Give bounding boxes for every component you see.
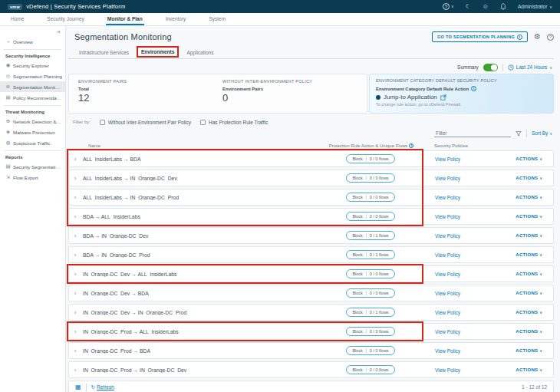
nav-item[interactable]: Home [9, 13, 25, 25]
actions-dropdown[interactable]: ACTIONS ∨ [516, 367, 542, 372]
sidebar-item-segmentation-planning[interactable]: ◎ Segmentation Planning [0, 71, 65, 81]
filter-by-label: Filter by: [73, 120, 91, 124]
info-icon: i [517, 35, 522, 40]
view-policy-link[interactable]: View Policy [435, 291, 460, 296]
sidebar-item-label: Policy Recommendations [13, 95, 62, 100]
actions-dropdown[interactable]: ACTIONS ∨ [516, 310, 542, 315]
protection-rule-pill: Block 0 / 0 flows [346, 212, 394, 221]
tab-environments[interactable]: Environments [137, 46, 179, 58]
tab-infrastructure-services[interactable]: Infrastructure Services [74, 48, 133, 58]
sidebar-item-flow-export[interactable]: ⇲ Flow Export [0, 172, 65, 183]
column-settings-icon[interactable]: ▦ [75, 384, 81, 390]
sidebar-item-malware-prevention[interactable]: ◈ Malware Prevention [0, 127, 65, 137]
expand-chevron-icon[interactable]: › [69, 194, 81, 201]
nav-item[interactable]: Monitor & Plan [106, 13, 144, 25]
filter-input[interactable] [434, 130, 511, 137]
info-icon[interactable]: i [471, 86, 476, 91]
time-range-selector[interactable]: Last 24 Hours ∨ [508, 64, 552, 71]
protection-rule-pill: Block 0 / 1 flows [346, 308, 394, 317]
actions-dropdown[interactable]: ACTIONS ∨ [516, 233, 542, 238]
sidebar-item-policy-recommendations[interactable]: ▤ Policy Recommendations [0, 92, 65, 103]
table-row: › IN_Orange-DC_Dev → ALL_InsiderLabs Blo… [68, 265, 554, 282]
view-policy-link[interactable]: View Policy [435, 252, 460, 258]
settings-gear-icon[interactable]: ⚙ [534, 33, 541, 41]
actions-dropdown[interactable]: ACTIONS ∨ [516, 176, 542, 180]
dark-mode-icon[interactable]: ☾ [466, 4, 471, 10]
actions-dropdown[interactable]: ACTIONS ∨ [516, 348, 542, 353]
stat-value: 12 [78, 92, 222, 104]
expand-chevron-icon[interactable]: › [69, 328, 81, 335]
view-policy-link[interactable]: View Policy [435, 272, 460, 277]
environment-pair-name: IN_Orange-DC_Prod → IN_Orange-DC_Dev [81, 367, 317, 373]
summary-toggle[interactable] [483, 64, 498, 71]
expand-chevron-icon[interactable]: › [69, 271, 81, 278]
expand-chevron-icon[interactable]: › [69, 213, 81, 220]
sort-by-dropdown[interactable]: Sort By ∨ [532, 130, 552, 136]
chevron-down-icon: ∨ [539, 311, 542, 315]
launch-icon[interactable] [440, 94, 446, 100]
view-policy-link[interactable]: View Policy [435, 329, 460, 334]
expand-chevron-icon[interactable]: › [69, 252, 81, 259]
segmentation-planning-icon: ◎ [5, 73, 11, 79]
nav-item[interactable]: Inventory [164, 13, 188, 25]
view-policy-link[interactable]: View Policy [435, 348, 460, 354]
column-header-name[interactable]: Name [81, 143, 318, 148]
help-icon: ? [443, 3, 450, 10]
nav-item[interactable]: Security Journey [45, 13, 85, 25]
actions-dropdown[interactable]: ACTIONS ∨ [516, 252, 542, 257]
sidebar-item-network-detection[interactable]: ⊕ Network Detection & Res... [0, 116, 65, 127]
tab-applications[interactable]: Applications [182, 48, 218, 58]
sidebar-item-label: Security Segmentation R... [13, 164, 62, 170]
view-policy-link[interactable]: View Policy [435, 233, 460, 239]
environment-pair-name: IN_Orange-DC_Dev → IN_Orange-DC_Prod [81, 310, 317, 315]
filter-funnel-icon[interactable] [516, 130, 522, 137]
checkbox-icon [200, 120, 206, 125]
rule-action-dot [376, 95, 380, 100]
actions-dropdown[interactable]: ACTIONS ∨ [516, 291, 542, 295]
divider [502, 64, 503, 71]
view-policy-link[interactable]: View Policy [435, 176, 460, 181]
column-header-protection[interactable]: Protection Rule Action & Unique Flows [329, 143, 408, 148]
expand-chevron-icon[interactable]: › [69, 175, 81, 182]
sidebar-collapse-icon[interactable]: « [58, 28, 61, 35]
sidebar-item-security-explorer[interactable]: ◉ Security Explorer [0, 60, 65, 71]
expand-chevron-icon[interactable]: › [69, 290, 81, 297]
feedback-icon[interactable]: ☺ [483, 4, 489, 10]
page-help-icon[interactable]: ? [547, 34, 554, 41]
view-policy-link[interactable]: View Policy [435, 214, 460, 219]
actions-dropdown[interactable]: ACTIONS ∨ [516, 195, 542, 199]
user-menu[interactable]: Administrator ∨ [518, 4, 552, 9]
sidebar-item-segmentation-monitoring[interactable]: ⊚ Segmentation Monitoring [0, 81, 65, 92]
view-policy-link[interactable]: View Policy [435, 310, 460, 315]
actions-dropdown[interactable]: ACTIONS ∨ [516, 329, 542, 334]
unique-flows: 0 / 0 flows [366, 214, 389, 219]
help-menu[interactable]: ? ∨ [443, 3, 454, 10]
sidebar-item-suspicious-traffic[interactable]: ◍ Suspicious Traffic [0, 137, 65, 148]
notifications-bell-icon[interactable] [500, 3, 506, 10]
column-header-policies[interactable]: Security Policies [425, 143, 554, 148]
view-policy-link[interactable]: View Policy [435, 195, 460, 200]
expand-chevron-icon[interactable]: › [69, 348, 81, 354]
sidebar-item-overview[interactable]: ◔ Overview [0, 37, 65, 47]
go-to-segmentation-planning-button[interactable]: GO TO SEGMENTATION PLANNING i [432, 31, 528, 42]
view-policy-link[interactable]: View Policy [435, 156, 460, 162]
refresh-link[interactable]: ↻ Refresh [91, 384, 114, 390]
chevron-down-icon: ∨ [549, 5, 552, 9]
actions-dropdown[interactable]: ACTIONS ∨ [516, 272, 542, 276]
actions-dropdown[interactable]: ACTIONS ∨ [516, 156, 542, 161]
expand-chevron-icon[interactable]: › [69, 367, 81, 374]
expand-chevron-icon[interactable]: › [69, 309, 81, 316]
expand-chevron-icon[interactable]: › [69, 232, 81, 239]
refresh-icon: ↻ [91, 384, 95, 390]
info-icon[interactable]: i [409, 143, 413, 148]
rule-action: Block [352, 252, 362, 257]
view-policy-link[interactable]: View Policy [435, 367, 460, 373]
expand-chevron-icon[interactable]: › [69, 156, 81, 163]
filter-checkbox[interactable]: Without Inter-Environment Pair Policy [100, 120, 191, 125]
filter-checkbox[interactable]: Has Protection Rule Traffic [200, 120, 268, 125]
sidebar-item-security-segmentation-report[interactable]: ▤ Security Segmentation R... [0, 161, 65, 172]
actions-dropdown[interactable]: ACTIONS ∨ [516, 214, 542, 219]
nav-item[interactable]: System [207, 13, 227, 25]
rule-action: Block [352, 272, 362, 276]
unique-flows: 0 / 0 flows [366, 348, 389, 353]
